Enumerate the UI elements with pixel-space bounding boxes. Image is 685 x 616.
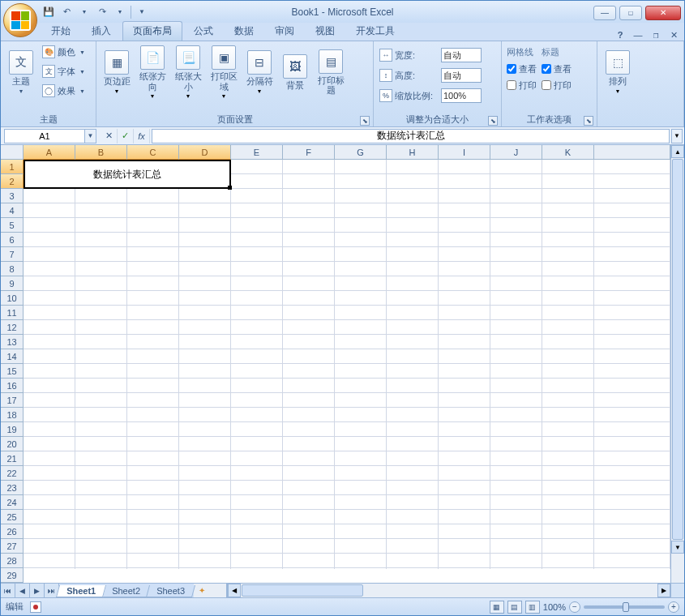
cell-B28[interactable] (75, 554, 127, 568)
cell-B25[interactable] (75, 510, 127, 524)
cell-E10[interactable] (231, 291, 283, 306)
cell-G14[interactable] (335, 349, 387, 364)
sheet-options-launcher[interactable]: ⬊ (584, 116, 593, 126)
cell-F6[interactable] (283, 233, 335, 247)
cell-D18[interactable] (179, 408, 231, 422)
cell-H14[interactable] (387, 349, 439, 364)
sheet-tab-Sheet2[interactable]: Sheet2 (101, 585, 151, 597)
cell-B27[interactable] (75, 539, 127, 554)
cell-B19[interactable] (75, 422, 127, 437)
cell-E19[interactable] (231, 422, 283, 437)
cell-F2[interactable] (283, 174, 335, 189)
cell-B26[interactable] (75, 524, 127, 539)
col-header-G[interactable]: G (335, 145, 387, 160)
cell-E4[interactable] (231, 203, 283, 218)
qat-customize[interactable]: ▼ (135, 5, 149, 19)
cell-F14[interactable] (283, 349, 335, 364)
tab-4[interactable]: 数据 (225, 22, 263, 41)
cell-J24[interactable] (490, 495, 542, 510)
cell-C6[interactable] (127, 233, 179, 247)
doc-restore[interactable]: ❐ (650, 29, 661, 41)
doc-close[interactable]: ✕ (668, 29, 679, 41)
cell-G13[interactable] (335, 335, 387, 349)
cell-C15[interactable] (127, 364, 179, 379)
cell-G10[interactable] (335, 291, 387, 306)
cell-F10[interactable] (283, 291, 335, 306)
cell-J14[interactable] (490, 349, 542, 364)
headings-print-check[interactable]: 打印 (542, 78, 572, 92)
cell-F13[interactable] (283, 335, 335, 349)
cell-D15[interactable] (179, 364, 231, 379)
cell-I7[interactable] (439, 247, 490, 262)
cell-G17[interactable] (335, 393, 387, 408)
cell-E12[interactable] (231, 320, 283, 335)
cell-I5[interactable] (439, 218, 490, 233)
cell-C7[interactable] (127, 247, 179, 262)
cell-F5[interactable] (283, 218, 335, 233)
cell-I3[interactable] (439, 189, 490, 203)
cell-F19[interactable] (283, 422, 335, 437)
cell-A7[interactable] (24, 247, 75, 262)
tab-3[interactable]: 公式 (184, 22, 223, 41)
cell-G11[interactable] (335, 306, 387, 320)
cell-C9[interactable] (127, 276, 179, 291)
cell-D7[interactable] (179, 247, 231, 262)
cell-B11[interactable] (75, 306, 127, 320)
row-header-2[interactable]: 2 (1, 174, 24, 189)
cell-F1[interactable] (283, 160, 335, 174)
cell-I9[interactable] (439, 276, 490, 291)
qat-save[interactable]: 💾 (41, 5, 56, 19)
cell-B17[interactable] (75, 393, 127, 408)
cell-B5[interactable] (75, 218, 127, 233)
gridlines-print-check[interactable]: 打印 (507, 78, 537, 92)
cell-J11[interactable] (490, 306, 542, 320)
window-close[interactable]: ✕ (645, 6, 681, 20)
cell-A28[interactable] (24, 554, 75, 568)
doc-minimize[interactable]: — (632, 29, 644, 41)
cell-J22[interactable] (490, 466, 542, 481)
qat-undo[interactable]: ↶ (59, 5, 74, 19)
cell-J2[interactable] (490, 174, 542, 189)
tab-1[interactable]: 插入 (82, 22, 121, 41)
print-titles-button[interactable]: ▤打印标题 (314, 43, 348, 101)
cell-F28[interactable] (283, 554, 335, 568)
sheet-nav-0[interactable]: ⏮ (1, 584, 15, 597)
cell-D4[interactable] (179, 203, 231, 218)
row-header-20[interactable]: 20 (1, 437, 24, 451)
cell-D9[interactable] (179, 276, 231, 291)
cell-B6[interactable] (75, 233, 127, 247)
cell-H9[interactable] (387, 276, 439, 291)
cell-J8[interactable] (490, 262, 542, 276)
cell-I27[interactable] (439, 539, 490, 554)
cell-D8[interactable] (179, 262, 231, 276)
cell-B12[interactable] (75, 320, 127, 335)
cell-I26[interactable] (439, 524, 490, 539)
cell-H12[interactable] (387, 320, 439, 335)
formula-input[interactable]: 数据统计表汇总 (152, 129, 670, 143)
cell-I6[interactable] (439, 233, 490, 247)
cell-D14[interactable] (179, 349, 231, 364)
cell-K4[interactable] (542, 203, 594, 218)
row-header-22[interactable]: 22 (1, 466, 24, 481)
row-header-1[interactable]: 1 (1, 160, 24, 174)
cell-H26[interactable] (387, 524, 439, 539)
sheet-tab-Sheet3[interactable]: Sheet3 (146, 585, 195, 597)
cell-I11[interactable] (439, 306, 490, 320)
cell-C12[interactable] (127, 320, 179, 335)
insert-function[interactable]: fx (134, 129, 150, 143)
cell-F3[interactable] (283, 189, 335, 203)
scale-ratio-input[interactable] (441, 88, 482, 103)
cell-A20[interactable] (24, 437, 75, 451)
cell-E24[interactable] (231, 495, 283, 510)
cell-I23[interactable] (439, 481, 490, 495)
cell-J21[interactable] (490, 451, 542, 466)
cell-J7[interactable] (490, 247, 542, 262)
cell-K23[interactable] (542, 481, 594, 495)
cell-A26[interactable] (24, 524, 75, 539)
cell-D24[interactable] (179, 495, 231, 510)
cell-B3[interactable] (75, 189, 127, 203)
cell-B10[interactable] (75, 291, 127, 306)
cell-C29[interactable] (127, 568, 179, 569)
cell-K16[interactable] (542, 379, 594, 393)
print-area-button[interactable]: ▣打印区域▼ (207, 43, 241, 101)
